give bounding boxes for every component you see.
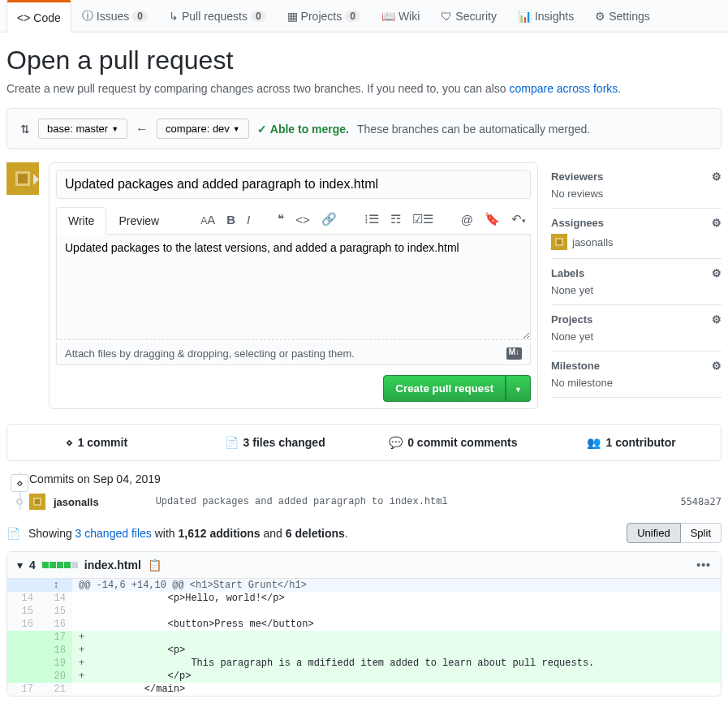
code-content: </p> xyxy=(91,670,721,683)
assignees-block: Assignees⚙ jasonalls xyxy=(551,209,722,259)
timeline-dot xyxy=(16,498,23,505)
tab-settings-label: Settings xyxy=(609,10,650,23)
diff-sign xyxy=(72,605,91,618)
tab-projects-label: Projects xyxy=(301,10,342,23)
compare-branch-selector[interactable]: compare: dev ▼ xyxy=(157,119,249,139)
code-icon[interactable]: <> xyxy=(295,213,310,226)
task-list-icon[interactable]: ☑☰ xyxy=(412,212,433,226)
copy-path-icon[interactable]: 📋 xyxy=(148,559,162,572)
changed-files-link[interactable]: 3 changed files xyxy=(75,527,152,540)
stat-commits[interactable]: ⋄1 commit xyxy=(7,425,186,460)
arrow-left-icon: ← xyxy=(136,122,149,136)
write-tab[interactable]: Write xyxy=(56,207,106,235)
code-content: <p> xyxy=(91,644,721,657)
quote-icon[interactable]: ❝ xyxy=(278,212,284,226)
link-icon[interactable]: 🔗 xyxy=(321,212,337,226)
commit-author-avatar xyxy=(29,494,45,510)
stat-contributors[interactable]: 👥1 contributor xyxy=(542,425,721,460)
base-branch-selector[interactable]: base: master ▼ xyxy=(38,119,127,139)
caret-down-icon: ▼ xyxy=(515,386,522,394)
diff-summary: 📄 Showing 3 changed files with 1,612 add… xyxy=(6,523,722,543)
old-line-number xyxy=(7,670,40,683)
reviewers-block: Reviewers⚙ No reviews xyxy=(551,162,722,209)
tab-pulls[interactable]: ↳ Pull requests 0 xyxy=(158,0,277,32)
stat-comments[interactable]: 💬0 commit comments xyxy=(364,425,543,460)
new-line-number: 17 xyxy=(40,631,72,644)
bookmark-icon[interactable]: 🔖 xyxy=(485,212,500,226)
tab-wiki[interactable]: 📖 Wiki xyxy=(371,0,430,32)
diff-sign xyxy=(72,592,91,605)
heading-icon[interactable]: AA xyxy=(200,213,215,226)
pr-body-textarea[interactable] xyxy=(56,235,531,340)
gear-icon[interactable]: ⚙ xyxy=(712,360,722,372)
mention-icon[interactable]: @ xyxy=(461,213,473,226)
new-line-number: 20 xyxy=(40,670,72,683)
comment-icon: 💬 xyxy=(389,436,403,449)
create-pr-button[interactable]: Create pull request xyxy=(383,375,506,402)
diff-sign xyxy=(72,683,91,696)
commits-date-label: Commits on Sep 04, 2019 xyxy=(29,472,722,485)
diff-line: 1515 xyxy=(7,605,721,618)
stat-files[interactable]: 📄3 files changed xyxy=(186,425,364,460)
tab-insights[interactable]: 📊 Insights xyxy=(507,0,584,32)
gear-icon[interactable]: ⚙ xyxy=(712,313,722,326)
caret-down-icon: ▼ xyxy=(111,125,118,133)
new-line-number: 18 xyxy=(40,644,72,657)
milestone-block: Milestone⚙ No milestone xyxy=(551,352,722,398)
file-header: ▾ 4 index.html 📋 ••• xyxy=(7,552,721,579)
old-line-number: 15 xyxy=(7,605,40,618)
new-line-number: 14 xyxy=(40,592,72,605)
diff-line: 20+ </p> xyxy=(7,670,721,683)
gear-icon[interactable]: ⚙ xyxy=(712,267,722,279)
compare-forks-link[interactable]: compare across forks xyxy=(509,82,618,95)
tab-settings[interactable]: ⚙ Settings xyxy=(584,0,661,32)
diff-line: 1414 <p>Hello, world!</p> xyxy=(7,592,721,605)
issue-icon: ⓘ xyxy=(82,9,93,24)
expand-icon[interactable]: ↕ xyxy=(40,579,72,592)
projects-count: 0 xyxy=(345,11,360,22)
number-list-icon[interactable]: ☶ xyxy=(390,212,401,226)
tab-code[interactable]: <> Code xyxy=(6,0,71,32)
page-subtitle: Create a new pull request by comparing c… xyxy=(6,82,722,95)
code-content: </main> xyxy=(91,683,721,696)
commit-author[interactable]: jasonalls xyxy=(54,496,99,508)
italic-icon[interactable]: I xyxy=(247,213,250,226)
gear-icon[interactable]: ⚙ xyxy=(712,170,722,183)
assignee-name[interactable]: jasonalls xyxy=(572,236,614,248)
projects-block: Projects⚙ None yet xyxy=(551,305,722,352)
tab-code-label: Code xyxy=(33,11,60,24)
create-pr-dropdown[interactable]: ▼ xyxy=(506,375,531,402)
commit-message[interactable]: Updated packages and added paragraph to … xyxy=(156,496,673,507)
code-content: <button>Press me</button> xyxy=(91,618,721,631)
diff-line: 18+ <p> xyxy=(7,644,721,657)
old-line-number: 17 xyxy=(7,683,40,696)
diff-line: 1616 <button>Press me</button> xyxy=(7,618,721,631)
tab-projects[interactable]: ▦ Projects 0 xyxy=(277,0,371,32)
reply-icon[interactable]: ↶▾ xyxy=(511,212,526,226)
sidebar: Reviewers⚙ No reviews Assignees⚙ jasonal… xyxy=(551,162,722,409)
page-title: Open a pull request xyxy=(6,45,722,75)
commit-sha[interactable]: 5548a27 xyxy=(680,496,722,507)
file-name[interactable]: index.html xyxy=(84,559,141,572)
assignees-body: jasonalls xyxy=(551,234,722,250)
tab-issues[interactable]: ⓘ Issues 0 xyxy=(71,0,158,32)
merge-description: These branches can be automatically merg… xyxy=(357,123,590,136)
markdown-icon[interactable]: M↓ xyxy=(506,347,522,360)
file-options-icon[interactable]: ••• xyxy=(696,559,711,572)
attach-hint[interactable]: Attach files by dragging & dropping, sel… xyxy=(56,343,531,365)
diff-view-toggle: Unified Split xyxy=(627,523,722,543)
chevron-down-icon[interactable]: ▾ xyxy=(17,559,23,572)
tab-security[interactable]: 🛡 Security xyxy=(430,0,507,32)
gear-icon[interactable]: ⚙ xyxy=(712,217,722,229)
book-icon: 📖 xyxy=(381,10,395,23)
old-line-number xyxy=(7,657,40,670)
bold-icon[interactable]: B xyxy=(226,213,235,226)
preview-tab[interactable]: Preview xyxy=(106,207,171,234)
bullet-list-icon[interactable]: ⁞☰ xyxy=(364,212,379,226)
split-view-button[interactable]: Split xyxy=(681,523,722,543)
unified-view-button[interactable]: Unified xyxy=(627,523,680,543)
pr-title-input[interactable] xyxy=(56,170,531,199)
old-line-number xyxy=(7,644,40,657)
tab-wiki-label: Wiki xyxy=(398,10,420,23)
deletions-count: 6 deletions xyxy=(286,527,345,540)
